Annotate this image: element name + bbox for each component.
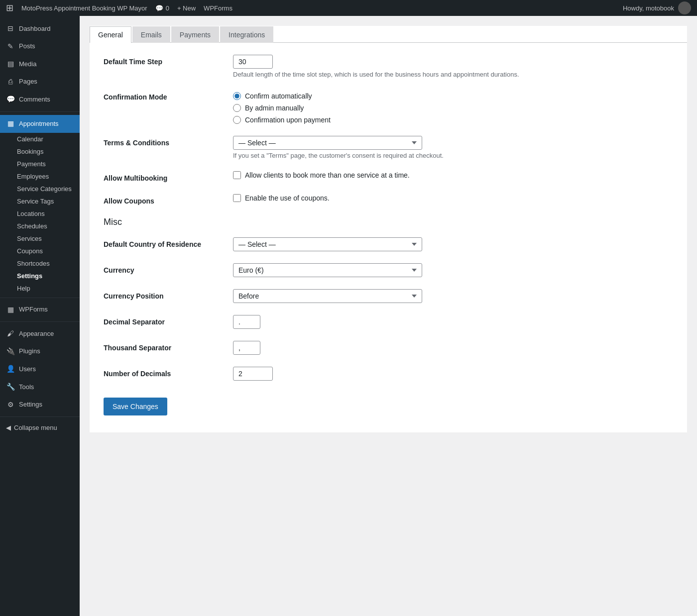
form-row-number-of-decimals: Number of Decimals <box>104 367 673 381</box>
admin-bar: ⊞ MotoPress Appointment Booking WP Mayor… <box>0 0 697 16</box>
terms-description: If you set a "Terms" page, the customer'… <box>233 152 673 159</box>
sidebar-item-label: Plugins <box>19 347 40 356</box>
sidebar-item-comments[interactable]: 💬 Comments <box>0 91 80 108</box>
form-row-confirmation-mode: Confirmation Mode Confirm automatically … <box>104 90 673 124</box>
terms-label: Terms & Conditions <box>104 136 233 147</box>
thousand-separator-input[interactable] <box>233 341 260 355</box>
sidebar-item-service-tags[interactable]: Service Tags <box>0 195 80 207</box>
tab-integrations[interactable]: Integrations <box>220 26 273 43</box>
coupons-checkbox-label[interactable]: Enable the use of coupons. <box>233 194 673 202</box>
sidebar-item-service-categories[interactable]: Service Categories <box>0 183 80 195</box>
form-row-currency: Currency Euro (€) <box>104 263 673 277</box>
time-step-label: Default Time Step <box>104 55 233 66</box>
radio-manual-input[interactable] <box>233 104 241 112</box>
coupons-checkbox[interactable] <box>233 194 241 202</box>
tab-payments[interactable]: Payments <box>171 26 219 43</box>
sidebar-item-users[interactable]: 👤 Users <box>0 360 80 378</box>
form-row-coupons: Allow Coupons Enable the use of coupons. <box>104 194 673 205</box>
sidebar-item-media[interactable]: ▤ Media <box>0 55 80 73</box>
user-greeting[interactable]: Howdy, motobook <box>623 4 674 12</box>
site-name[interactable]: MotoPress Appointment Booking WP Mayor <box>21 4 147 12</box>
radio-payment[interactable]: Confirmation upon payment <box>233 116 673 124</box>
confirmation-mode-control: Confirm automatically By admin manually … <box>233 90 673 124</box>
multibooking-checkbox-text: Allow clients to book more than one serv… <box>245 171 410 179</box>
coupons-control: Enable the use of coupons. <box>233 194 673 202</box>
form-row-terms: Terms & Conditions — Select — If you set… <box>104 136 673 159</box>
multibooking-checkbox-label[interactable]: Allow clients to book more than one serv… <box>233 171 673 179</box>
sidebar-item-label: Media <box>19 60 36 69</box>
number-of-decimals-input[interactable] <box>233 367 273 381</box>
tab-emails[interactable]: Emails <box>132 26 170 43</box>
coupons-label: Allow Coupons <box>104 194 233 205</box>
media-icon: ▤ <box>6 59 15 69</box>
form-actions: Save Changes <box>104 393 673 420</box>
wpforms-adminbar-link[interactable]: WPForms <box>204 4 232 12</box>
sidebar: ⊟ Dashboard ✎ Posts ▤ Media ⎙ Pages 💬 Co… <box>0 16 80 616</box>
decimal-separator-label: Decimal Separator <box>104 315 233 326</box>
multibooking-label: Allow Multibooking <box>104 171 233 182</box>
dashboard-icon: ⊟ <box>6 24 15 34</box>
sidebar-item-label: Appointments <box>19 119 59 128</box>
sidebar-item-posts[interactable]: ✎ Posts <box>0 38 80 56</box>
time-step-control: Default length of the time slot step, wh… <box>233 55 673 78</box>
appointments-icon: ▦ <box>6 119 15 129</box>
sidebar-item-schedules[interactable]: Schedules <box>0 220 80 232</box>
sidebar-item-employees[interactable]: Employees <box>0 170 80 183</box>
decimal-separator-input[interactable] <box>233 315 260 329</box>
radio-payment-input[interactable] <box>233 116 241 124</box>
sidebar-item-appointments[interactable]: ▦ Appointments <box>0 115 80 133</box>
coupons-checkbox-text: Enable the use of coupons. <box>245 194 330 202</box>
multibooking-checkbox[interactable] <box>233 171 241 179</box>
form-row-multibooking: Allow Multibooking Allow clients to book… <box>104 171 673 182</box>
sidebar-item-appearance[interactable]: 🖌 Appearance <box>0 325 80 343</box>
tab-general[interactable]: General <box>90 26 131 43</box>
main-content: General Emails Payments Integrations Def… <box>80 16 697 616</box>
currency-select[interactable]: Euro (€) <box>233 263 422 277</box>
radio-manual[interactable]: By admin manually <box>233 104 673 112</box>
currency-control: Euro (€) <box>233 263 673 277</box>
sidebar-item-services[interactable]: Services <box>0 232 80 245</box>
form-row-decimal-separator: Decimal Separator <box>104 315 673 329</box>
sidebar-item-calendar[interactable]: Calendar <box>0 133 80 145</box>
country-select[interactable]: — Select — <box>233 237 422 251</box>
sidebar-item-settings[interactable]: Settings <box>0 270 80 282</box>
currency-position-label: Currency Position <box>104 289 233 300</box>
comments-count[interactable]: 💬 0 <box>155 4 169 12</box>
sidebar-item-coupons[interactable]: Coupons <box>0 245 80 257</box>
collapse-menu-button[interactable]: ◀ Collapse menu <box>0 420 80 435</box>
sidebar-item-dashboard[interactable]: ⊟ Dashboard <box>0 20 80 38</box>
country-label: Default Country of Residence <box>104 237 233 248</box>
time-step-input[interactable] <box>233 55 273 69</box>
sidebar-item-bookings[interactable]: Bookings <box>0 145 80 158</box>
sidebar-item-wpforms[interactable]: ▦ WPForms <box>0 301 80 319</box>
form-row-country: Default Country of Residence — Select — <box>104 237 673 251</box>
sidebar-item-locations[interactable]: Locations <box>0 207 80 220</box>
sidebar-item-payments[interactable]: Payments <box>0 158 80 170</box>
settings-wrap: General Emails Payments Integrations Def… <box>90 26 687 432</box>
sidebar-item-settings-main[interactable]: ⚙ Settings <box>0 396 80 414</box>
currency-position-select[interactable]: Before <box>233 289 422 303</box>
sidebar-item-pages[interactable]: ⎙ Pages <box>0 73 80 91</box>
sidebar-item-label: Pages <box>19 77 37 86</box>
save-changes-button[interactable]: Save Changes <box>104 398 167 415</box>
comment-icon: 💬 <box>155 4 163 12</box>
sidebar-item-label: Users <box>19 365 36 374</box>
pages-icon: ⎙ <box>6 77 15 87</box>
sidebar-item-shortcodes[interactable]: Shortcodes <box>0 257 80 270</box>
radio-auto-input[interactable] <box>233 92 241 100</box>
comments-icon: 💬 <box>6 95 15 104</box>
posts-icon: ✎ <box>6 42 15 52</box>
new-content-button[interactable]: + New <box>177 4 196 12</box>
tools-icon: 🔧 <box>6 382 15 392</box>
multibooking-control: Allow clients to book more than one serv… <box>233 171 673 179</box>
sidebar-item-plugins[interactable]: 🔌 Plugins <box>0 343 80 361</box>
collapse-label: Collapse menu <box>14 424 57 431</box>
avatar <box>678 1 691 14</box>
terms-select[interactable]: — Select — <box>233 136 422 150</box>
confirmation-radio-group: Confirm automatically By admin manually … <box>233 90 673 124</box>
radio-auto[interactable]: Confirm automatically <box>233 92 673 100</box>
sidebar-item-label: Tools <box>19 383 34 392</box>
sidebar-item-tools[interactable]: 🔧 Tools <box>0 378 80 396</box>
sidebar-item-help[interactable]: Help <box>0 282 80 295</box>
sidebar-item-label: Comments <box>19 95 50 104</box>
